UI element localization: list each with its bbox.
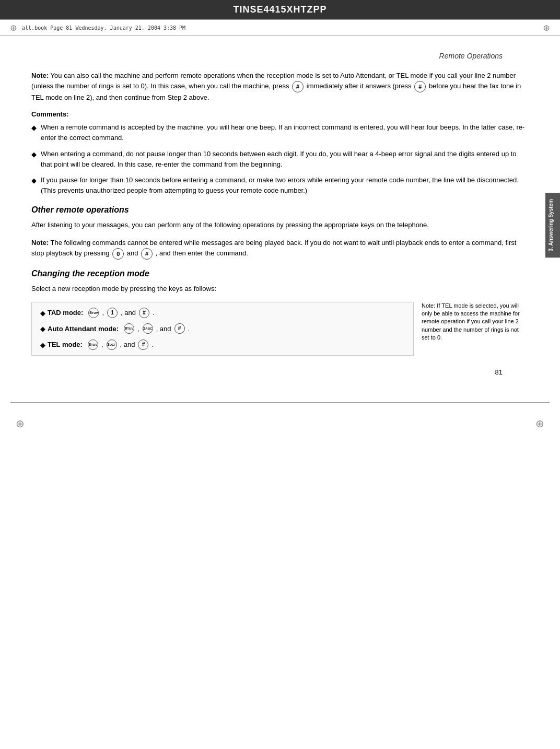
tad-mode-row: ◆ TAD mode: 8TUV , 1 , and # . (40, 308, 405, 319)
note1-text2: immediately after it answers (press (307, 83, 412, 90)
comments-heading: Comments: (31, 110, 529, 118)
tel-mode-row: ◆ TEL mode: 8TUV , 3DEF , and # . (40, 340, 405, 350)
file-info-bar: ⊕ all.book Page 81 Wednesday, January 21… (0, 19, 560, 36)
bullet-2: ◆ When entering a command, do not pause … (31, 149, 529, 170)
diamond-icon-2: ◆ (31, 149, 37, 170)
other-ops-note-label: Note: (31, 239, 49, 247)
diamond-auto: ◆ (40, 324, 45, 334)
corner-bottom-right: ⊕ (535, 417, 544, 430)
other-ops-heading: Other remote operations (31, 205, 529, 215)
bullet-3: ◆ If you pause for longer than 10 second… (31, 175, 529, 196)
right-tab: 3. Answering System (545, 193, 560, 258)
note-block-1: Note: You can also call the machine and … (31, 71, 529, 103)
diamond-icon-3: ◆ (31, 175, 37, 196)
tad-key-1: 1 (107, 308, 118, 318)
note1-label: Note: (31, 72, 49, 79)
tel-key-hash: # (138, 340, 148, 350)
file-info-text: all.book Page 81 Wednesday, January 21, … (22, 25, 185, 31)
tad-key-hash: # (139, 308, 149, 318)
bullet-3-text: If you pause for longer than 10 seconds … (41, 175, 529, 196)
header-title: TINSE4415XHTZPP (233, 4, 326, 15)
main-content: Remote Operations Note: You can also cal… (0, 36, 560, 402)
diamond-tel: ◆ (40, 340, 45, 350)
bottom-divider (10, 402, 550, 403)
auto-label: Auto Attendant mode: (48, 324, 119, 334)
section-title: Remote Operations (31, 46, 529, 71)
corner-top-left: ⊕ (10, 21, 17, 34)
aside-note: Note: If TEL mode is selected, you will … (422, 302, 523, 342)
diamond-tad: ◆ (40, 308, 45, 319)
changing-mode-intro: Select a new reception mode by pressing … (31, 284, 529, 294)
other-ops-note: Note: The following commands cannot be e… (31, 238, 529, 260)
changing-mode-heading: Changing the reception mode (31, 269, 529, 278)
right-tab-text: 3. Answering System (548, 199, 554, 251)
auto-key-2: 2ABC (143, 323, 153, 334)
and2: , and then enter the command. (156, 250, 248, 258)
key-hash-1: # (292, 81, 304, 92)
tel-key-8: 8TUV (88, 340, 98, 350)
key-0: 0 (112, 248, 124, 260)
tad-label: TAD mode: (48, 308, 83, 318)
tel-label: TEL mode: (48, 340, 83, 350)
and1: and (127, 250, 138, 258)
bullet-1: ◆ When a remote command is accepted by t… (31, 122, 529, 143)
tel-key-3: 3DEF (107, 340, 117, 350)
page-bottom: ⊕ ⊕ (0, 413, 560, 434)
other-ops-para1: After listening to your messages, you ca… (31, 220, 529, 230)
auto-key-8: 8TUV (124, 323, 134, 334)
corner-bottom-left: ⊕ (16, 417, 25, 430)
auto-mode-row: ◆ Auto Attendant mode: 8TUV , 2ABC , and… (40, 323, 405, 334)
bullet-1-text: When a remote command is accepted by the… (41, 122, 529, 143)
aside-note-label: Note: (422, 302, 435, 309)
bullet-2-text: When entering a command, do not pause lo… (41, 149, 529, 170)
aside-note-text: If TEL mode is selected, you will only b… (422, 302, 520, 341)
page-header: TINSE4415XHTZPP (0, 0, 560, 19)
diamond-icon-1: ◆ (31, 123, 37, 143)
tad-key-8: 8TUV (88, 308, 99, 318)
page-number: 81 (31, 363, 529, 381)
auto-key-hash: # (174, 323, 185, 334)
other-ops-note-text: The following commands cannot be entered… (31, 239, 516, 258)
mode-table-container: ◆ TAD mode: 8TUV , 1 , and # . ◆ Auto At… (31, 302, 414, 356)
corner-top-right: ⊕ (543, 21, 550, 34)
page-wrapper: Remote Operations Note: You can also cal… (0, 36, 560, 402)
key-hash-2: # (414, 81, 426, 92)
mode-table: ◆ TAD mode: 8TUV , 1 , and # . ◆ Auto At… (31, 302, 414, 356)
key-hash-ops: # (141, 248, 153, 260)
